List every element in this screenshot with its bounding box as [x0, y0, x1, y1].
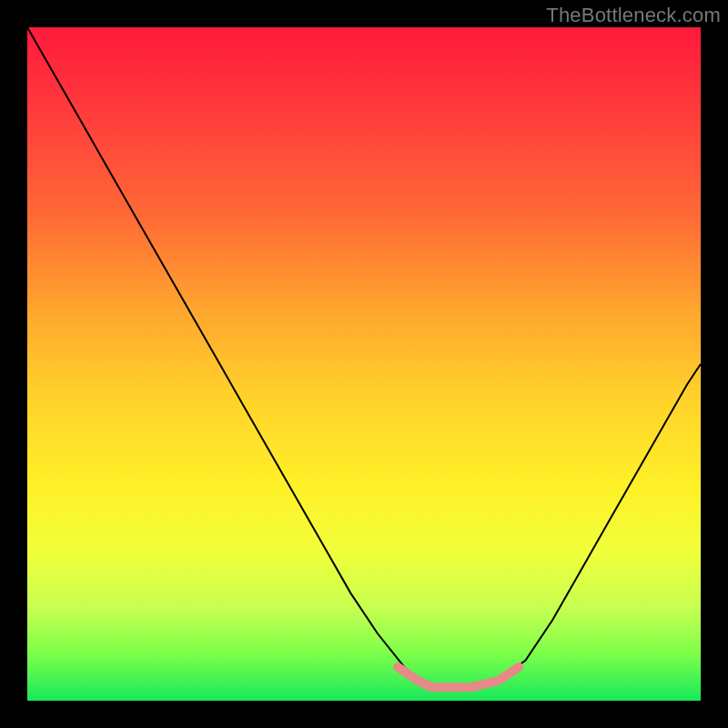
plot-area [27, 27, 701, 701]
chart-frame: TheBottleneck.com [0, 0, 728, 728]
bottleneck-curve [27, 27, 701, 687]
flat-region-highlight [398, 667, 519, 687]
curve-layer [27, 27, 701, 701]
watermark-text: TheBottleneck.com [546, 4, 721, 27]
